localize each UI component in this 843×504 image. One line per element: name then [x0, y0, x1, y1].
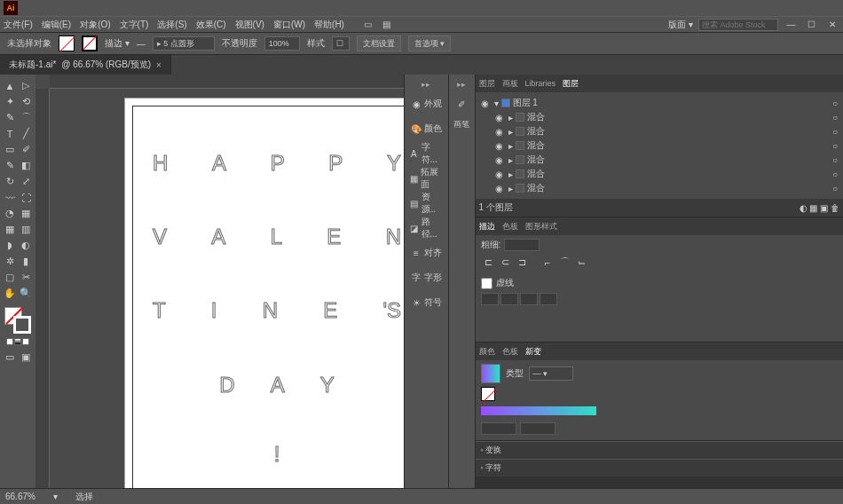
tab-layers-2[interactable]: 图层 — [563, 78, 579, 90]
maximize-icon[interactable]: ☐ — [804, 17, 819, 32]
dash-field[interactable] — [481, 293, 499, 305]
paintbrush-tool[interactable]: ✐ — [19, 142, 34, 157]
sublayer-row[interactable]: ◉▸混合○ — [481, 138, 839, 153]
symbol-sprayer-tool[interactable]: ✲ — [3, 254, 18, 269]
screen-mode-full[interactable]: ▣ — [19, 350, 34, 365]
transform-accordion[interactable]: ◦ 变换 — [476, 441, 844, 459]
color-mode-none[interactable] — [22, 338, 29, 345]
stroke-weight-field[interactable] — [504, 239, 540, 251]
menu-type[interactable]: 文字(T) — [120, 19, 149, 31]
document-setup-button[interactable]: 文档设置 — [357, 35, 401, 51]
join-miter[interactable]: ⌐ — [540, 255, 555, 270]
opacity-field[interactable]: 100% — [264, 36, 300, 51]
strip-expand[interactable]: ▦拓展面 — [408, 169, 444, 188]
menu-view[interactable]: 视图(V) — [235, 19, 264, 31]
sublayer-row[interactable]: ◉▸混合○ — [481, 124, 839, 138]
gradient-location-field[interactable] — [520, 422, 555, 435]
menu-window[interactable]: 窗口(W) — [273, 19, 305, 31]
fill-stroke-picker[interactable] — [4, 307, 31, 334]
shape-builder-tool[interactable]: ◔ — [3, 206, 18, 221]
tab-color[interactable]: 颜色 — [479, 346, 495, 358]
strip-align[interactable]: ≡对齐 — [408, 243, 444, 263]
sublayer-row[interactable]: ◉▸混合○ — [481, 110, 839, 124]
strip-pathfinder[interactable]: ◪路径... — [408, 218, 444, 238]
color-mode-solid[interactable] — [6, 338, 13, 345]
stroke-label[interactable]: 描边 ▾ — [105, 37, 130, 50]
strip-color[interactable]: 🎨颜色 — [408, 119, 444, 138]
arrange-icon[interactable]: ▤ — [379, 17, 394, 32]
rotate-tool[interactable]: ↻ — [3, 174, 18, 189]
rectangle-tool[interactable]: ▭ — [3, 142, 18, 157]
visibility-icon[interactable]: ◉ — [495, 155, 506, 165]
workspace-switcher[interactable]: 版面 ▾ — [668, 19, 693, 31]
preferences-button[interactable]: 首选项 ▾ — [408, 35, 452, 51]
strip-brushes[interactable]: ✐ — [451, 94, 472, 114]
dashed-line-checkbox[interactable] — [481, 278, 492, 289]
screen-mode-normal[interactable]: ▭ — [3, 350, 18, 365]
collapse-icon[interactable]: ▸▸ — [457, 80, 466, 89]
cap-round[interactable]: ⊂ — [498, 255, 513, 270]
strip-symbols[interactable]: ☀符号 — [408, 293, 444, 312]
visibility-icon[interactable]: ◉ — [481, 98, 492, 108]
gap-field[interactable] — [540, 293, 557, 305]
horizontal-ruler[interactable] — [50, 75, 404, 89]
layer-name[interactable]: 图层 1 — [513, 97, 538, 109]
document-tab[interactable]: 未标题-1.ai* @ 66.67% (RGB/预览) × — [0, 55, 171, 75]
selection-tool[interactable]: ▲ — [3, 78, 18, 93]
layer-actions[interactable]: ◐ ▦ ▣ 🗑 — [800, 203, 839, 213]
fill-swatch[interactable] — [59, 35, 75, 51]
blend-tool[interactable]: ◐ — [19, 238, 34, 253]
layer-row[interactable]: ◉ ▾ 图层 1 ○ — [481, 96, 839, 110]
strip-glyphs[interactable]: 字字形 — [408, 268, 444, 287]
gradient-preview-swatch[interactable] — [481, 364, 500, 383]
menu-select[interactable]: 选择(S) — [157, 19, 186, 31]
artboard-tool[interactable]: ▢ — [3, 270, 18, 285]
stroke-swatch[interactable] — [82, 35, 98, 51]
gradient-stroke-none[interactable] — [481, 387, 495, 401]
tab-layers[interactable]: 图层 — [479, 78, 495, 90]
color-mode-gradient[interactable] — [14, 338, 21, 345]
bridge-icon[interactable]: ▭ — [360, 17, 375, 32]
cap-butt[interactable]: ⊏ — [481, 255, 496, 270]
strip-assets[interactable]: ▤资源.. — [408, 193, 444, 213]
strip-character[interactable]: A字符... — [408, 144, 444, 163]
visibility-icon[interactable]: ◉ — [495, 127, 506, 137]
eraser-tool[interactable]: ◧ — [19, 158, 34, 173]
canvas[interactable]: H A P P Y V A L E N T I N E — [35, 75, 404, 488]
tab-libraries[interactable]: Libraries — [525, 79, 556, 88]
gradient-slider[interactable] — [481, 406, 596, 415]
brush-definition[interactable]: ▸ 5 点圆形 — [153, 36, 215, 51]
magic-wand-tool[interactable]: ✦ — [3, 94, 18, 109]
slice-tool[interactable]: ✂ — [19, 270, 34, 285]
sublayer-row[interactable]: ◉▸混合○ — [481, 153, 839, 167]
tab-swatches-2[interactable]: 色板 — [502, 346, 518, 358]
free-transform-tool[interactable]: ⛶ — [19, 190, 34, 205]
cap-projecting[interactable]: ⊐ — [515, 255, 530, 270]
eyedropper-tool[interactable]: ◗ — [3, 238, 18, 253]
stroke-color-box[interactable] — [13, 316, 31, 334]
strip-appearance[interactable]: ◉外观 — [408, 94, 444, 114]
graph-tool[interactable]: ▮ — [19, 254, 34, 269]
disclosure-icon[interactable]: ▾ — [494, 98, 499, 108]
style-dropdown[interactable]: ☐ — [332, 36, 350, 51]
tab-graphic-styles[interactable]: 图形样式 — [525, 221, 557, 232]
tab-stroke[interactable]: 描边 — [479, 221, 495, 232]
direct-selection-tool[interactable]: ▷ — [19, 78, 34, 93]
close-tab-icon[interactable]: × — [156, 60, 162, 70]
tab-swatches[interactable]: 色板 — [502, 221, 518, 232]
zoom-level[interactable]: 66.67% — [5, 492, 35, 501]
menu-object[interactable]: 对象(O) — [80, 19, 110, 31]
type-tool[interactable]: T — [3, 126, 18, 141]
visibility-icon[interactable]: ◉ — [495, 184, 506, 193]
mesh-tool[interactable]: ▦ — [3, 222, 18, 237]
vertical-ruler[interactable] — [35, 89, 50, 488]
sublayer-row[interactable]: ◉▸混合○ — [481, 167, 839, 181]
gradient-type-dropdown[interactable]: — ▾ — [529, 366, 573, 381]
visibility-icon[interactable]: ◉ — [495, 113, 506, 122]
tab-artboards[interactable]: 画板 — [502, 78, 518, 90]
dash-field[interactable] — [520, 293, 538, 305]
menu-help[interactable]: 帮助(H) — [314, 19, 344, 31]
join-bevel[interactable]: ⌙ — [574, 255, 589, 270]
zoom-tool[interactable]: 🔍 — [19, 286, 34, 301]
character-accordion[interactable]: ◦ 字符 — [476, 459, 844, 476]
